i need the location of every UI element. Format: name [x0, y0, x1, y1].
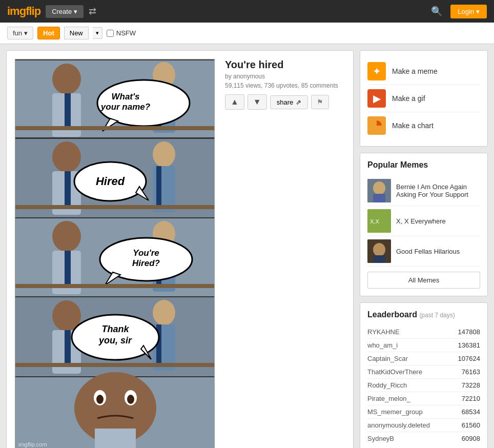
vote-controls: ▲ ▼ share ⇗ ⚑ [225, 94, 345, 110]
fun-filter-dropdown[interactable]: fun ▾ [7, 27, 33, 39]
filter-bar: fun ▾ Hot New ▾ NSFW [0, 23, 494, 44]
popular-memes-card: Popular Memes Bernie I Am Once Again Ask… [360, 153, 488, 296]
svg-rect-50 [15, 363, 215, 367]
leaderboard-score-2: 136381 [458, 341, 480, 349]
leaderboard-score-3: 107624 [458, 355, 480, 362]
svg-text:Hired: Hired [96, 175, 125, 188]
new-filter-chevron[interactable]: ▾ [93, 27, 102, 39]
leaderboard-score-6: 72210 [462, 395, 480, 402]
svg-text:Hired?: Hired? [132, 258, 160, 268]
svg-point-15 [153, 141, 175, 167]
svg-rect-20 [65, 171, 71, 207]
leaderboard-card: Leaderboard (past 7 days) RYKAHNE 147808… [360, 302, 488, 448]
svg-rect-62 [373, 194, 385, 202]
shuffle-icon[interactable]: ⇄ [89, 6, 96, 17]
popular-meme-item[interactable]: X,X X, X Everywhere [367, 206, 480, 236]
create-button[interactable]: Create ▾ [46, 5, 84, 18]
meme-author: by anonymous [225, 73, 345, 80]
leaderboard-score-8: 61560 [462, 421, 480, 429]
make-chart-item[interactable]: Make a chart [367, 112, 480, 139]
svg-rect-38 [15, 296, 215, 297]
sidebar: ✦ Make a meme ▶ Make a gif Make a chart … [360, 50, 488, 448]
leaderboard-name-3: Captain_Scar [367, 355, 408, 362]
svg-rect-58 [95, 429, 136, 448]
popular-memes-title: Popular Memes [367, 160, 480, 170]
downvote-button[interactable]: ▼ [248, 94, 267, 110]
leaderboard-row: RYKAHNE 147808 [367, 325, 480, 339]
svg-text:your name?: your name? [100, 102, 151, 112]
popular-meme-name-2: X, X Everywhere [396, 217, 446, 225]
logo-text: flip [26, 5, 40, 17]
leaderboard-name-1: RYKAHNE [367, 328, 400, 336]
nsfw-filter[interactable]: NSFW [107, 29, 136, 37]
bernie-thumb [367, 179, 391, 202]
goodfellas-thumb [367, 239, 391, 263]
nsfw-label: NSFW [116, 29, 136, 37]
svg-rect-67 [373, 255, 385, 263]
meme-image: What's your name? [15, 59, 215, 448]
all-memes-button[interactable]: All Memes [367, 272, 480, 289]
make-meme-label: Make a meme [392, 67, 438, 75]
svg-rect-17 [156, 166, 161, 207]
fun-filter-chevron: ▾ [24, 29, 28, 37]
svg-text:What's: What's [111, 92, 139, 101]
svg-point-40 [153, 300, 175, 325]
make-meme-item[interactable]: ✦ Make a meme [367, 58, 480, 85]
create-chevron-icon: ▾ [74, 8, 77, 15]
leaderboard-title-text: Leaderboard [367, 310, 417, 319]
svg-text:You're: You're [133, 248, 159, 258]
hot-filter-button[interactable]: Hot [37, 27, 60, 39]
leaderboard-row: Captain_Scar 107624 [367, 352, 480, 365]
logo-highlight: img [7, 5, 26, 17]
svg-point-30 [52, 221, 81, 252]
nsfw-checkbox[interactable] [107, 30, 114, 37]
leaderboard-name-4: ThatKidOverThere [367, 368, 422, 376]
create-label: Create [52, 8, 72, 15]
leaderboard-score-1: 147808 [458, 328, 480, 336]
upvote-button[interactable]: ▲ [225, 94, 244, 110]
site-logo[interactable]: imgflip [7, 5, 40, 18]
svg-point-18 [52, 141, 81, 172]
leaderboard-score-7: 68534 [462, 408, 480, 416]
svg-point-56 [96, 395, 104, 404]
leaderboard-name-8: anonymously.deleted [367, 421, 430, 429]
svg-rect-45 [65, 330, 71, 366]
svg-point-66 [373, 243, 385, 256]
leaderboard-score-5: 73228 [462, 381, 480, 389]
svg-rect-1 [15, 59, 215, 60]
fun-filter-label: fun [13, 29, 22, 37]
leaderboard-score-9: 60908 [462, 435, 480, 442]
site-header: imgflip Create ▾ ⇄ 🔍 Login ▾ [0, 0, 494, 23]
share-button[interactable]: share ⇗ [270, 95, 308, 109]
popular-meme-item[interactable]: Good Fellas Hilarious [367, 236, 480, 267]
login-button[interactable]: Login ▾ [450, 5, 487, 18]
new-filter-button[interactable]: New [64, 27, 89, 39]
make-chart-icon [367, 116, 386, 135]
meme-content-area: What's your name? [6, 50, 354, 448]
meme-svg: What's your name? [15, 59, 215, 448]
svg-text:you, sir: you, sir [98, 335, 132, 345]
flag-button[interactable]: ⚑ [311, 95, 329, 109]
leaderboard-row: ThatKidOverThere 76163 [367, 365, 480, 379]
search-icon[interactable]: 🔍 [428, 3, 445, 20]
make-gif-label: Make a gif [392, 94, 425, 103]
login-chevron-icon: ▾ [476, 8, 480, 15]
make-chart-label: Make a chart [392, 121, 434, 130]
leaderboard-row: anonymously.deleted 61560 [367, 419, 480, 432]
popular-meme-name-3: Good Fellas Hilarious [396, 248, 460, 255]
leaderboard-row: Roddy_Ricch 73228 [367, 379, 480, 392]
leaderboard-row: Pirate_melon_ 72210 [367, 392, 480, 405]
svg-rect-12 [15, 126, 215, 130]
make-meme-icon: ✦ [367, 62, 386, 80]
leaderboard-row: MS_memer_group 68534 [367, 405, 480, 419]
share-icon: ⇗ [296, 98, 301, 106]
share-label: share [277, 98, 294, 106]
make-gif-item[interactable]: ▶ Make a gif [367, 85, 480, 112]
actions-card: ✦ Make a meme ▶ Make a gif Make a chart [360, 50, 488, 147]
svg-rect-32 [65, 251, 71, 287]
svg-point-61 [373, 181, 385, 195]
leaderboard-name-9: SydneyB [367, 435, 394, 442]
svg-rect-7 [65, 93, 71, 129]
leaderboard-subtitle: (past 7 days) [419, 312, 455, 319]
popular-meme-item[interactable]: Bernie I Am Once Again Asking For Your S… [367, 176, 480, 206]
